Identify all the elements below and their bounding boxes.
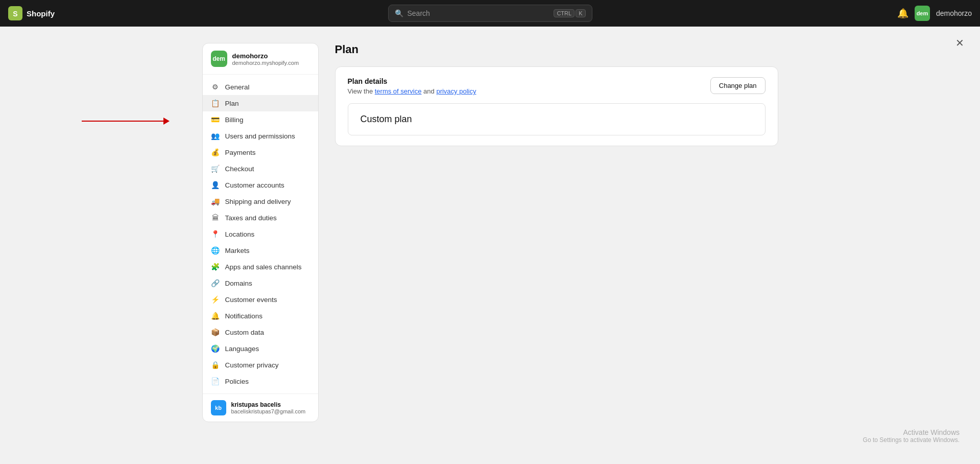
nav-icon-12: 🔗 — [211, 279, 220, 287]
footer-user-email: baceliskristupas7@gmail.com — [231, 408, 306, 414]
store-name: demohorzo — [232, 52, 299, 60]
pointer-arrow — [82, 118, 170, 125]
ctrl-key: CTRL — [554, 9, 575, 17]
main-content: Plan Plan details View the terms of serv… — [319, 43, 778, 448]
sidebar-item-markets[interactable]: 🌐Markets — [203, 242, 318, 259]
sidebar-item-policies[interactable]: 📄Policies — [203, 373, 318, 389]
sidebar-item-payments[interactable]: 💰Payments — [203, 144, 318, 160]
nav-label-8: Taxes and duties — [225, 214, 277, 222]
sidebar-item-apps-and-sales-channels[interactable]: 🧩Apps and sales channels — [203, 259, 318, 275]
nav-icon-11: 🧩 — [211, 263, 220, 271]
plan-card: Plan details View the terms of service a… — [335, 66, 778, 146]
nav-label-3: Users and permissions — [225, 132, 295, 140]
nav-icon-16: 🌍 — [211, 344, 220, 353]
plan-details-subtitle: View the terms of service and privacy po… — [348, 87, 476, 95]
nav-icon-9: 📍 — [211, 230, 220, 238]
footer-user-name: kristupas bacelis — [231, 401, 306, 408]
search-placeholder: Search — [408, 9, 550, 17]
store-url: demohorzo.myshopify.com — [232, 60, 299, 66]
sidebar-item-taxes-and-duties[interactable]: 🏛Taxes and duties — [203, 210, 318, 226]
user-avatar-btn[interactable]: dem — [915, 6, 930, 21]
store-info: demohorzo demohorzo.myshopify.com — [232, 52, 299, 66]
sidebar-item-plan[interactable]: 📋Plan — [203, 95, 318, 111]
brand-name: Shopify — [27, 9, 55, 18]
nav-icon-4: 💰 — [211, 148, 220, 156]
sidebar-item-shipping-and-delivery[interactable]: 🚚Shipping and delivery — [203, 193, 318, 210]
nav-label-4: Payments — [225, 149, 256, 156]
nav-icon-15: 📦 — [211, 328, 220, 336]
nav-icon-18: 📄 — [211, 377, 220, 385]
search-bar[interactable]: 🔍 Search CTRL K — [388, 5, 592, 22]
top-navigation: S Shopify 🔍 Search CTRL K 🔔 dem demohorz… — [0, 0, 980, 27]
nav-icon-2: 💳 — [211, 115, 220, 124]
custom-plan-box: Custom plan — [348, 103, 766, 135]
username-label[interactable]: demohorzo — [936, 9, 972, 17]
nav-icon-17: 🔒 — [211, 361, 220, 369]
page-title: Plan — [335, 43, 778, 56]
page-body: ✕ dem demohorzo demohorzo.myshopify.com … — [0, 27, 980, 464]
nav-label-0: General — [225, 83, 250, 91]
k-key: K — [576, 9, 585, 17]
sidebar-item-billing[interactable]: 💳Billing — [203, 111, 318, 128]
notifications-icon[interactable]: 🔔 — [897, 8, 909, 19]
nav-label-5: Checkout — [225, 165, 254, 173]
nav-icon-6: 👤 — [211, 181, 220, 189]
nav-items-list: ⚙General📋Plan💳Billing👥Users and permissi… — [203, 75, 318, 393]
custom-plan-label: Custom plan — [361, 114, 412, 124]
nav-label-11: Apps and sales channels — [225, 263, 302, 271]
nav-label-14: Notifications — [225, 312, 263, 320]
sidebar-item-custom-data[interactable]: 📦Custom data — [203, 324, 318, 340]
store-avatar: dem — [211, 51, 227, 67]
change-plan-button[interactable]: Change plan — [710, 77, 766, 94]
terms-of-service-link[interactable]: terms of service — [375, 87, 422, 95]
search-icon: 🔍 — [395, 9, 403, 17]
nav-icon-14: 🔔 — [211, 312, 220, 320]
plan-details-title: Plan details — [348, 77, 476, 85]
footer-user-avatar: kb — [211, 400, 226, 415]
nav-icon-0: ⚙ — [211, 83, 220, 91]
nav-label-1: Plan — [225, 100, 239, 107]
subtitle-middle: and — [422, 87, 437, 95]
sidebar-item-users-and-permissions[interactable]: 👥Users and permissions — [203, 128, 318, 144]
nav-label-2: Billing — [225, 116, 244, 124]
nav-icon-13: ⚡ — [211, 295, 220, 304]
nav-label-10: Markets — [225, 247, 250, 254]
nav-label-16: Languages — [225, 345, 259, 353]
svg-text:S: S — [13, 10, 17, 18]
footer-user-info: kristupas bacelis baceliskristupas7@gmai… — [231, 401, 306, 414]
sidebar-item-locations[interactable]: 📍Locations — [203, 226, 318, 242]
nav-icon-5: 🛒 — [211, 165, 220, 173]
plan-card-header: Plan details View the terms of service a… — [348, 77, 766, 95]
nav-label-6: Customer accounts — [225, 181, 284, 189]
sidebar-item-languages[interactable]: 🌍Languages — [203, 340, 318, 357]
plan-details-info: Plan details View the terms of service a… — [348, 77, 476, 95]
nav-label-13: Customer events — [225, 296, 277, 304]
settings-sidebar: dem demohorzo demohorzo.myshopify.com ⚙G… — [202, 43, 319, 422]
nav-label-9: Locations — [225, 230, 255, 238]
search-shortcut: CTRL K — [554, 9, 585, 17]
nav-label-18: Policies — [225, 378, 249, 385]
topnav-right: 🔔 dem demohorzo — [897, 6, 972, 21]
brand-logo[interactable]: S Shopify — [8, 6, 55, 20]
subtitle-pre: View the — [348, 87, 375, 95]
privacy-policy-link[interactable]: privacy policy — [436, 87, 476, 95]
sidebar-item-customer-events[interactable]: ⚡Customer events — [203, 291, 318, 308]
nav-icon-7: 🚚 — [211, 197, 220, 205]
nav-label-17: Customer privacy — [225, 361, 279, 369]
sidebar-footer: kb kristupas bacelis baceliskristupas7@g… — [203, 393, 318, 422]
nav-label-7: Shipping and delivery — [225, 198, 291, 205]
nav-icon-10: 🌐 — [211, 246, 220, 254]
sidebar-item-customer-accounts[interactable]: 👤Customer accounts — [203, 177, 318, 193]
nav-icon-1: 📋 — [211, 99, 220, 107]
nav-label-12: Domains — [225, 280, 252, 287]
nav-label-15: Custom data — [225, 329, 265, 336]
nav-icon-3: 👥 — [211, 132, 220, 140]
sidebar-store-header: dem demohorzo demohorzo.myshopify.com — [203, 43, 318, 75]
sidebar-item-notifications[interactable]: 🔔Notifications — [203, 308, 318, 324]
sidebar-item-general[interactable]: ⚙General — [203, 79, 318, 95]
nav-icon-8: 🏛 — [211, 214, 220, 222]
close-button[interactable]: ✕ — [951, 35, 968, 51]
sidebar-item-domains[interactable]: 🔗Domains — [203, 275, 318, 291]
sidebar-item-checkout[interactable]: 🛒Checkout — [203, 160, 318, 177]
sidebar-item-customer-privacy[interactable]: 🔒Customer privacy — [203, 357, 318, 373]
